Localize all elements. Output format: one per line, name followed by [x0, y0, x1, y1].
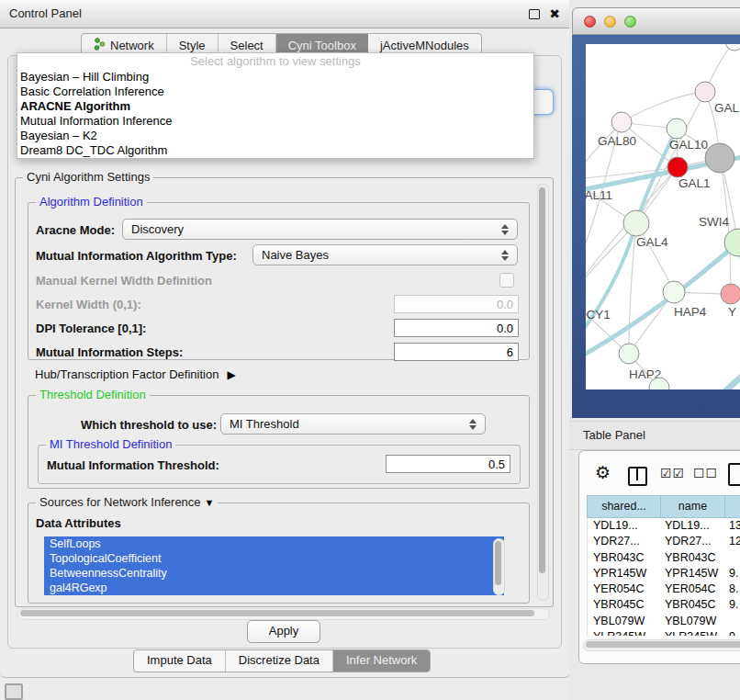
settings-horizontal-scrollbar[interactable]	[17, 608, 550, 620]
tab-label: jActiveMNodules	[380, 39, 469, 52]
network-edge-highlighted[interactable]	[586, 243, 738, 364]
data-attribute-item[interactable]: SelfLoops	[44, 536, 504, 551]
dropdown-item[interactable]: Basic Correlation Inference	[17, 85, 533, 99]
node-label: SWI4	[699, 215, 729, 229]
window-grip-icon[interactable]	[5, 683, 23, 700]
table-row[interactable]: YBR045CYBR045C9.	[588, 597, 740, 613]
table-row[interactable]: YDR27...YDR27...12	[588, 534, 740, 549]
tab-label: Cyni Toolbox	[288, 39, 356, 52]
zoom-traffic-light-icon[interactable]	[624, 16, 636, 28]
table-cell: YDL19...	[665, 519, 710, 532]
network-node-gal10[interactable]	[667, 119, 687, 139]
kernel-width-field[interactable]	[394, 295, 519, 313]
deselect-all-checkboxes-icon[interactable]: ☐☐	[693, 466, 718, 480]
network-node-gal[interactable]	[695, 82, 715, 102]
float-window-icon[interactable]	[529, 9, 540, 19]
bottom-tabbar: Impute DataDiscretize DataInfer Network	[133, 649, 431, 672]
columns-icon[interactable]	[628, 467, 647, 486]
minimize-traffic-light-icon[interactable]	[604, 16, 616, 28]
scrollbar-thumb[interactable]	[20, 610, 534, 616]
network-edge[interactable]	[636, 92, 705, 223]
table-row[interactable]: YDL19...YDL19...13	[588, 518, 740, 534]
network-graph[interactable]: GALGAL80GAL10GAL1GAL11SWI4GAL4HAP4YGCY1H…	[586, 44, 740, 390]
dpi-tolerance-field[interactable]	[394, 319, 519, 337]
network-view-window: GALGAL80GAL10GAL1GAL11SWI4GAL4HAP4YGCY1H…	[572, 7, 740, 418]
mi-steps-field[interactable]	[394, 343, 519, 361]
column-header[interactable]	[724, 495, 740, 518]
gear-icon[interactable]: ⚙	[595, 462, 611, 483]
expanded-arrow-icon[interactable]: ▼	[205, 497, 215, 508]
network-node-y[interactable]	[721, 284, 740, 304]
network-node-hap4[interactable]	[663, 281, 685, 303]
network-node-gal80[interactable]	[611, 112, 632, 132]
column-header[interactable]: shared...	[587, 495, 660, 518]
hub-factor-definition-toggle[interactable]: Hub/Transcription Factor Definition▶	[35, 367, 236, 381]
mi-type-value: Naive Bayes	[262, 248, 329, 262]
tab-infer-network[interactable]: Infer Network	[333, 650, 430, 672]
network-canvas[interactable]: GALGAL80GAL10GAL1GAL11SWI4GAL4HAP4YGCY1H…	[586, 44, 740, 390]
group-title: Cyni Algorithm Settings	[23, 170, 153, 184]
table-cell: 9.	[729, 598, 738, 611]
close-traffic-light-icon[interactable]	[584, 16, 596, 28]
cyni-algorithm-settings-group: Cyni Algorithm Settings Algorithm Defini…	[15, 177, 554, 607]
tab-label: Style	[179, 39, 206, 52]
table-row[interactable]: YBL079WYBL079W	[588, 614, 740, 629]
network-node-gal1[interactable]	[667, 157, 688, 177]
data-attribute-item[interactable]: gal4RGexp	[44, 581, 504, 595]
select-all-checkboxes-icon[interactable]: ☑☑	[660, 466, 685, 480]
network-window-titlebar[interactable]	[572, 7, 740, 35]
mi-threshold-field[interactable]	[386, 455, 510, 473]
group-title: MI Threshold Definition	[46, 437, 175, 451]
column-header[interactable]: name	[660, 495, 724, 518]
list-scrollbar[interactable]	[493, 538, 505, 595]
scrollbar-thumb[interactable]	[539, 187, 545, 573]
table-cell: YBL079W	[665, 615, 716, 627]
mi-threshold-definition-group: MI Threshold Definition Mutual Informati…	[38, 445, 521, 484]
which-threshold-select[interactable]: MI Threshold	[220, 413, 486, 435]
apply-button[interactable]: Apply	[247, 620, 320, 643]
network-node-hap2[interactable]	[619, 344, 639, 364]
algorithm-select-fragment[interactable]	[533, 89, 554, 115]
table-row[interactable]: YLR345WYLR345W9.	[588, 629, 740, 636]
table-row[interactable]: YER054CYER054C8.	[588, 581, 740, 597]
tab-discretize-data[interactable]: Discretize Data	[226, 650, 333, 672]
manual-kernel-checkbox[interactable]	[499, 273, 514, 288]
document-icon[interactable]	[728, 463, 740, 486]
aracne-mode-select[interactable]: Discovery	[122, 219, 518, 240]
network-view-frame: GALGAL80GAL10GAL1GAL11SWI4GAL4HAP4YGCY1H…	[572, 35, 740, 418]
mi-algorithm-type-select[interactable]: Naive Bayes	[252, 244, 518, 265]
data-attribute-item[interactable]: TopologicalCoefficient	[44, 551, 504, 566]
settings-vertical-scrollbar[interactable]	[537, 184, 549, 601]
algorithm-definition-group: Algorithm Definition Aracne Mode: Discov…	[28, 202, 530, 360]
table-horizontal-scrollbar[interactable]	[583, 639, 740, 651]
dropdown-item[interactable]: ARACNE Algorithm	[17, 99, 533, 114]
dropdown-item[interactable]: Bayesian – Hill Climbing	[17, 70, 533, 85]
algorithm-dropdown: Select algorithm to view settings Bayesi…	[17, 52, 534, 159]
network-node[interactable]	[705, 143, 734, 173]
table-cell: 12	[729, 535, 740, 548]
network-edge-highlighted[interactable]	[723, 360, 740, 390]
network-node-gal4[interactable]	[623, 210, 649, 236]
tab-label: Select	[230, 39, 263, 52]
close-icon[interactable]: ✖	[549, 5, 560, 23]
scrollbar-thumb[interactable]	[495, 541, 501, 585]
table-cell: YBR045C	[665, 598, 716, 611]
table-cell: YBR045C	[593, 598, 645, 611]
dropdown-item[interactable]: Dream8 DC_TDC Algorithm	[17, 143, 533, 158]
scrollbar-thumb[interactable]	[586, 641, 740, 648]
dropdown-item[interactable]: Bayesian – K2	[17, 129, 533, 143]
table-cell: YDR27...	[593, 535, 640, 548]
node-label: HAP4	[674, 305, 707, 319]
data-attribute-item[interactable]: BetweennessCentrality	[44, 566, 504, 581]
table-cell: YLR345W	[593, 630, 645, 636]
table-cell: 9.	[729, 630, 738, 636]
network-edge[interactable]	[622, 92, 705, 122]
table-row[interactable]: YBR043CYBR043C	[588, 550, 740, 566]
data-attributes-list[interactable]: SelfLoopsTopologicalCoefficientBetweenne…	[44, 536, 504, 595]
table-panel-titlebar: Table Panel	[569, 421, 740, 450]
dropdown-item[interactable]: Mutual Information Inference	[17, 114, 533, 129]
tab-impute-data[interactable]: Impute Data	[134, 650, 226, 672]
table-row[interactable]: YPR145WYPR145W9.	[588, 566, 740, 581]
table-cell: YER054C	[593, 582, 645, 595]
tab-label: Network	[110, 39, 154, 52]
